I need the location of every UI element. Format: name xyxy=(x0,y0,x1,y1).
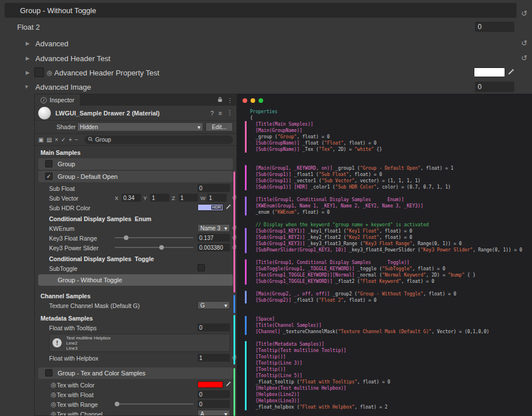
vector-x-field[interactable]: 0.34 xyxy=(122,194,141,202)
group-checkbox[interactable] xyxy=(45,160,53,167)
eyedropper-icon[interactable] xyxy=(225,204,231,210)
header-property-checkbox[interactable] xyxy=(34,67,44,77)
group-header-group[interactable]: Group xyxy=(38,158,233,170)
tab-inspector[interactable]: i Inspector xyxy=(35,94,80,106)
collapse-all-icon[interactable]: − xyxy=(75,137,78,143)
tex-color-swatch[interactable] xyxy=(198,381,223,388)
color-swatch[interactable] xyxy=(474,67,505,77)
key3-power-slider-field[interactable]: 0.003380 xyxy=(198,243,230,251)
revert-icon[interactable]: ↺ xyxy=(521,40,527,47)
channel-mask-dropdown[interactable]: G ▾ xyxy=(198,301,230,309)
tex-with-range-field[interactable]: 0 xyxy=(198,400,230,408)
float2-field[interactable]: 0 xyxy=(475,22,514,32)
code-line xyxy=(250,215,531,222)
foldout-advanced[interactable]: ▶ Advanced xyxy=(0,38,532,49)
close-icon[interactable] xyxy=(243,98,247,103)
group-header-default-open[interactable]: ✓ Group - Default Open xyxy=(38,171,233,182)
header-main-samples: Main Samples xyxy=(41,148,236,157)
copy-icon[interactable]: ▣ xyxy=(38,137,43,143)
inspector-body: Main Samples Group ✓ Group - Default Ope… xyxy=(35,146,236,416)
maximize-icon[interactable] xyxy=(259,98,263,103)
shader-edit-button[interactable]: Edit... xyxy=(205,122,233,131)
code-line: _group ("Group", float) = 0 xyxy=(250,134,531,140)
window-controls xyxy=(243,98,263,103)
revert-icon[interactable]: ↺ xyxy=(521,55,527,62)
vector-z-field[interactable]: 1 xyxy=(179,194,198,202)
slider-knob[interactable] xyxy=(124,235,128,240)
advanced-image-field[interactable]: 0 xyxy=(475,82,514,92)
key3-float-range-slider[interactable] xyxy=(115,237,194,238)
paste-icon[interactable]: ▤ xyxy=(46,137,51,143)
property-row-sub-hdr-color: Sub HDR Color HDR xyxy=(35,203,236,213)
slider-knob[interactable] xyxy=(115,402,119,406)
chevron-right-icon[interactable]: ▶ xyxy=(26,70,30,75)
group-without-toggle-header[interactable]: Group - Without Toggle xyxy=(5,3,517,18)
minimize-icon[interactable] xyxy=(251,98,255,103)
eyedropper-icon[interactable] xyxy=(225,381,231,387)
subtoggle-checkbox[interactable] xyxy=(198,264,205,271)
eyedropper-icon[interactable] xyxy=(507,69,514,75)
group-checkbox[interactable] xyxy=(45,369,53,377)
advanced-header-test-label: Advanced Header Test xyxy=(35,54,110,63)
lock-icon[interactable] xyxy=(217,97,223,103)
override-indicator-icon: ◎ xyxy=(47,69,53,77)
property-row-float-with-tooltips: Float with Tooltips 0 xyxy=(35,323,236,333)
foldout-advanced-image[interactable]: ▼ Advanced Image 0 xyxy=(0,81,532,93)
key3-power-slider[interactable] xyxy=(115,247,194,248)
help-icon[interactable]: ? xyxy=(210,110,213,117)
code-line: [Space] xyxy=(250,316,531,322)
shader-row: Shader Hidden ▾ Edit... xyxy=(35,121,236,133)
material-preview-sphere[interactable] xyxy=(38,107,51,119)
lwgui-toolbar: ▣ ▤ × ✓ + − Group xyxy=(35,133,236,146)
presets-icon[interactable]: ≡ xyxy=(219,110,222,117)
shader-dropdown[interactable]: Hidden ▾ xyxy=(77,122,203,131)
chevron-right-icon[interactable]: ▶ xyxy=(26,55,30,61)
code-line: [Tooltip(Test multiline Tooltip)] xyxy=(250,347,531,354)
code-lines: Properties{ [Title(Main Samples)] [Main(… xyxy=(245,109,531,416)
chevron-down-icon: ▾ xyxy=(224,411,227,416)
revert-icon[interactable]: ↺ xyxy=(232,194,237,202)
float-with-helpbox-field[interactable]: 1 xyxy=(198,354,230,362)
tex-with-float-field[interactable]: 0 xyxy=(198,390,230,398)
float-with-tooltips-field[interactable]: 0 xyxy=(198,323,230,331)
revert-icon[interactable]: ↺ xyxy=(521,10,527,17)
code-line: { xyxy=(250,115,531,121)
header-channel-samples: Channel Samples xyxy=(41,291,236,301)
revert-icon[interactable]: ↺ xyxy=(232,234,237,242)
chevron-down-icon[interactable]: ▼ xyxy=(24,84,29,90)
group-header-without-toggle[interactable]: Group - Without Toggle xyxy=(38,274,233,286)
kwenum-dropdown[interactable]: Name 3 ▾ xyxy=(198,224,230,232)
key3-power-slider-label: Key3 Power Slider xyxy=(49,245,98,251)
sub-float-field[interactable]: 0 xyxy=(198,184,230,192)
foldout-advanced-header-property-test[interactable]: ▶ ◎ Advanced Header Property Test xyxy=(0,67,532,78)
key3-float-range-field[interactable]: 0.137 xyxy=(198,234,230,242)
code-line xyxy=(250,335,531,341)
clear-icon[interactable]: × xyxy=(55,137,58,143)
code-line: [Tooltip()] xyxy=(250,366,531,373)
vector-w-field[interactable]: 1 xyxy=(207,194,227,202)
slider-knob[interactable] xyxy=(159,245,164,250)
kebab-menu-icon[interactable]: ⋮ xyxy=(227,97,233,103)
expand-all-icon[interactable]: + xyxy=(68,137,72,143)
revert-icon[interactable]: ↺ xyxy=(232,354,237,362)
tex-with-range-slider[interactable] xyxy=(115,403,194,405)
revert-icon[interactable]: ↺ xyxy=(232,244,237,251)
hdr-color-swatch[interactable]: HDR xyxy=(198,204,223,211)
group-checkbox-checked[interactable]: ✓ xyxy=(45,173,53,180)
kebab-menu-icon[interactable]: ⋮ xyxy=(227,109,233,117)
check-icon[interactable]: ✓ xyxy=(61,137,66,143)
helpbox: ! Test multiline Helpbox Line2 Line3 xyxy=(49,334,230,352)
property-row-tex-with-color: ◎ Tex with Color xyxy=(35,380,236,390)
tex-channel-dropdown[interactable]: A ▾ xyxy=(198,410,230,416)
code-line xyxy=(250,285,531,291)
vector-y-field[interactable]: 1 xyxy=(150,194,170,202)
code-line: [Title(Channel Samples)] xyxy=(250,322,531,329)
code-line: [SubPowerSlider(Group1_KEY3, 10)] _key3_… xyxy=(250,247,531,253)
group-header-tex-and-color[interactable]: Group - Tex and Color Samples xyxy=(38,367,233,379)
advanced-header-property-test-label: Advanced Header Property Test xyxy=(54,69,159,77)
revert-icon[interactable]: ↺ xyxy=(232,225,237,232)
chevron-right-icon[interactable]: ▶ xyxy=(26,41,30,46)
code-line: [Sub(Group2)] _float3 ("Float 2", float)… xyxy=(250,297,531,303)
search-input[interactable]: Group xyxy=(84,135,233,144)
foldout-advanced-header-test[interactable]: ▶ Advanced Header Test xyxy=(0,53,532,64)
